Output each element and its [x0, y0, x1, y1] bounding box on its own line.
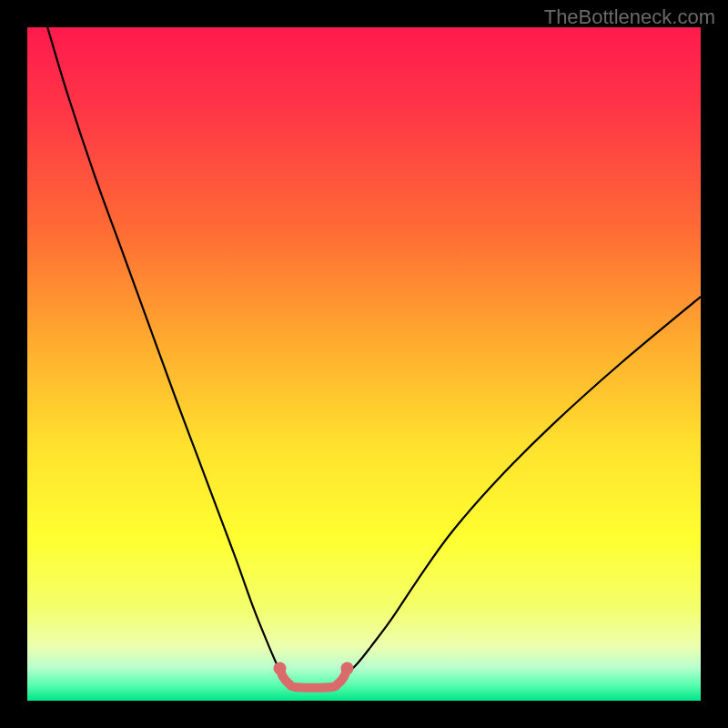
marker-dot-left: [274, 662, 287, 674]
watermark-text: TheBottleneck.com: [544, 5, 715, 29]
chart-background: [27, 27, 701, 701]
chart-svg: [27, 27, 701, 701]
chart-plot-area: [27, 27, 701, 701]
marker-dot-right: [341, 662, 354, 674]
